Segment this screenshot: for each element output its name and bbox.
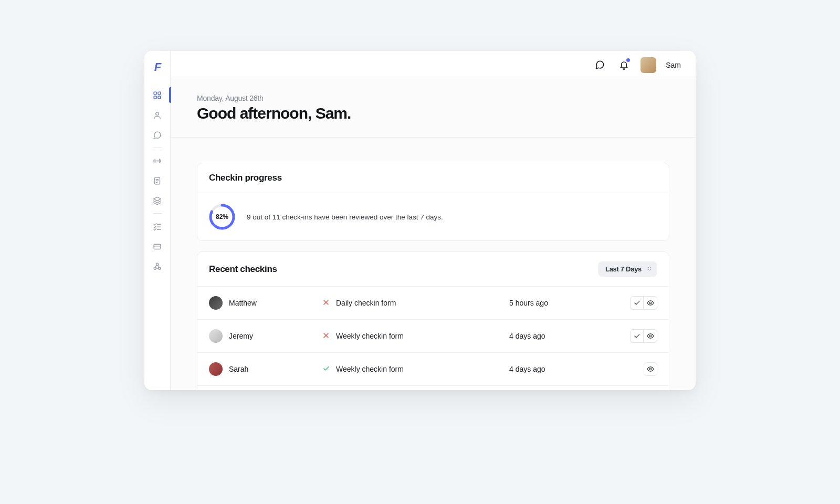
checkin-progress-title: Checkin progress (197, 163, 669, 193)
nav-group-settings (150, 216, 165, 277)
chevron-up-down-icon (646, 265, 653, 273)
client-name: Jeremy (229, 332, 253, 340)
speech-bubble-icon (595, 60, 605, 70)
progress-ring: 82% (209, 204, 235, 230)
recent-checkins-title: Recent checkins (209, 264, 277, 275)
webhook-icon (153, 262, 162, 271)
user-icon (153, 111, 162, 120)
x-icon (322, 299, 331, 307)
grid-icon (153, 91, 162, 100)
date-range-value: Last 7 Days (605, 265, 642, 273)
check-icon (322, 365, 331, 373)
svg-rect-1 (158, 92, 161, 94)
checkin-progress-body: 82% 9 out of 11 check-ins have been revi… (197, 193, 669, 240)
approve-button[interactable] (630, 296, 644, 310)
row-actions (644, 362, 657, 376)
nav-separator (153, 213, 162, 214)
check-icon (633, 332, 640, 340)
client-name: Matthew (229, 299, 257, 307)
recent-checkins-card: Recent checkins Last 7 Days Matthew (197, 251, 669, 390)
nav-workouts[interactable] (150, 153, 165, 168)
checkin-client[interactable]: Jeremy (209, 329, 314, 343)
nav-separator (153, 148, 162, 148)
user-name[interactable]: Sam (666, 61, 681, 69)
nav-dashboard[interactable] (150, 88, 165, 102)
svg-point-22 (649, 302, 652, 304)
checkin-row-partial (197, 385, 669, 390)
card-icon (153, 242, 162, 251)
checkin-client[interactable]: Matthew (209, 296, 314, 310)
notification-dot (626, 58, 630, 62)
checkin-row: Jeremy Weekly checkin form 4 days ago (197, 319, 669, 352)
notifications-button[interactable] (616, 58, 631, 72)
nav-library[interactable] (150, 193, 165, 208)
svg-marker-9 (153, 197, 161, 201)
svg-rect-3 (158, 96, 161, 98)
nav-group-primary (150, 85, 165, 145)
chat-icon (153, 131, 162, 140)
checkin-row: Matthew Daily checkin form 5 hours ago (197, 286, 669, 319)
checkin-row: Sarah Weekly checkin form 4 days ago (197, 352, 669, 385)
checklist-icon (153, 222, 162, 231)
checkin-form: Weekly checkin form (322, 332, 501, 340)
checkin-time: 4 days ago (509, 365, 635, 373)
svg-point-25 (649, 335, 652, 337)
form-name: Weekly checkin form (336, 332, 404, 340)
divider (171, 137, 696, 138)
eye-icon (647, 299, 654, 307)
main-area: Sam Monday, August 26th Good afternoon, … (171, 51, 696, 390)
svg-point-4 (156, 112, 159, 115)
recent-checkins-header: Recent checkins Last 7 Days (197, 252, 669, 286)
nav-billing[interactable] (150, 239, 165, 254)
client-name: Sarah (229, 365, 248, 373)
messages-button[interactable] (592, 58, 607, 72)
date-range-select[interactable]: Last 7 Days (598, 261, 657, 277)
nav-messages[interactable] (150, 128, 165, 142)
view-button[interactable] (644, 329, 657, 343)
layers-icon (153, 196, 162, 205)
user-avatar[interactable] (640, 57, 656, 73)
nav-integrations[interactable] (150, 259, 165, 274)
checkin-form: Weekly checkin form (322, 365, 501, 373)
view-button[interactable] (644, 296, 657, 310)
client-avatar (209, 296, 223, 310)
checkin-client[interactable]: Sarah (209, 362, 314, 376)
nav-clients[interactable] (150, 108, 165, 122)
svg-rect-2 (154, 96, 156, 98)
row-actions (630, 329, 657, 343)
page-date: Monday, August 26th (197, 94, 669, 102)
row-actions (630, 296, 657, 310)
nav-tasks[interactable] (150, 219, 165, 234)
x-icon (322, 332, 331, 340)
app-logo: F (154, 60, 160, 74)
app-window: F (144, 51, 696, 390)
checkin-progress-card: Checkin progress 82% 9 out of 11 check-i… (197, 163, 669, 241)
clipboard-icon (153, 176, 162, 185)
sidebar: F (144, 51, 171, 390)
progress-description: 9 out of 11 check-ins have been reviewed… (247, 213, 443, 221)
svg-rect-13 (154, 244, 161, 249)
form-name: Weekly checkin form (336, 365, 404, 373)
client-avatar (209, 329, 223, 343)
checkin-time: 4 days ago (509, 332, 622, 340)
view-button[interactable] (644, 362, 657, 376)
progress-percent: 82% (209, 204, 235, 230)
checkin-form: Daily checkin form (322, 299, 501, 307)
approve-button[interactable] (630, 329, 644, 343)
client-avatar (209, 362, 223, 376)
dumbbell-icon (153, 156, 162, 165)
eye-icon (647, 332, 654, 340)
page-content: Monday, August 26th Good afternoon, Sam.… (171, 79, 696, 390)
checkin-time: 5 hours ago (509, 299, 622, 307)
svg-rect-0 (154, 92, 156, 94)
nav-group-training (150, 150, 165, 211)
eye-icon (647, 365, 654, 373)
nav-forms[interactable] (150, 173, 165, 188)
form-name: Daily checkin form (336, 299, 396, 307)
check-icon (633, 299, 640, 307)
svg-point-26 (649, 368, 652, 370)
topbar: Sam (171, 51, 696, 79)
page-greeting: Good afternoon, Sam. (197, 104, 669, 122)
